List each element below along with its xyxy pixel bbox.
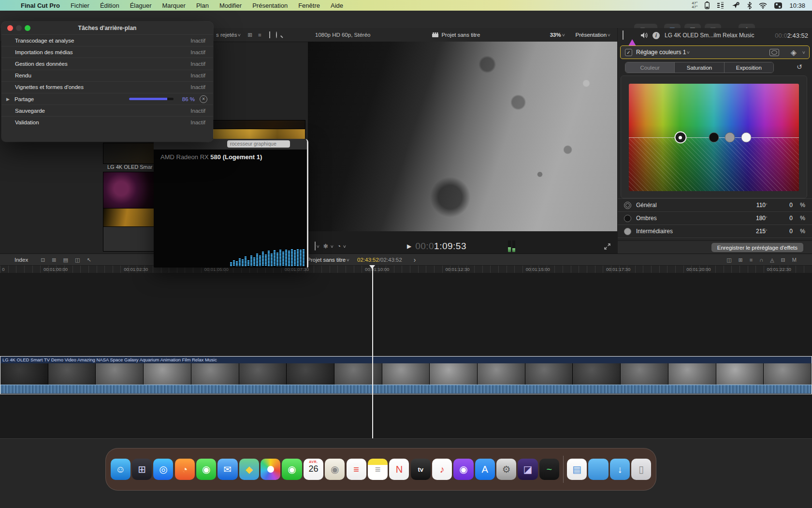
dock-photos-icon[interactable] [261,459,280,480]
audio-solo-icon[interactable]: M [792,257,797,263]
dock-podcasts-icon[interactable]: ◉ [453,459,473,480]
background-tasks-titlebar[interactable]: Tâches d'arrière-plan [1,22,213,34]
apple-menu-icon[interactable] [5,0,15,11]
menu-item-e-dition[interactable]: Édition [95,0,125,11]
append-edit-icon[interactable]: ≡ [750,257,753,263]
menu-item-fichier[interactable]: Fichier [65,0,95,11]
viewer-project[interactable]: Projet sans titre [432,32,480,38]
dock-launchpad-icon[interactable]: ⊞ [132,459,152,480]
grid-view-icon[interactable]: ⊞ [247,31,252,38]
dock-notes-icon[interactable]: ≡ [368,459,388,480]
slider-degrees-value[interactable]: 110 [740,202,766,209]
video-inspector-icon[interactable] [623,31,624,40]
list-view-icon[interactable]: ≡ [258,32,261,38]
effects-tool-icon[interactable]: ✻ [323,243,328,250]
puck-master[interactable] [674,132,686,144]
dock-trash-icon[interactable]: ▯ [631,459,651,480]
audio-inspector-icon[interactable] [641,32,648,38]
color-board[interactable] [629,84,799,191]
play-button[interactable]: ▶ [407,243,411,250]
retime-tool-icon[interactable]: ◔ [337,243,341,250]
dock-documents-icon[interactable]: ▤ [567,459,587,480]
connect-edit-icon[interactable]: ◫ [726,257,731,263]
search-icon[interactable] [276,32,277,38]
dock-firefox-icon[interactable]: ◔ [175,459,195,480]
clip-appearance-2-icon[interactable]: ⊞ [52,257,56,263]
transform-tool-icon[interactable] [315,242,316,251]
minimize-icon[interactable] [16,25,22,31]
battery-icon[interactable] [705,1,710,9]
tab-exposition[interactable]: Exposition [725,62,773,73]
browser-thumbnail[interactable] [103,226,155,252]
dock-reminders-icon[interactable]: ≡ [347,459,366,480]
filmstrip-icon[interactable] [269,32,270,38]
menu-item-pre-sentation[interactable]: Présentation [247,0,293,11]
effect-row-color-adjustment[interactable]: ✓ Réglage couleurs 1 ∨ ◈ ∨ [620,45,810,59]
slider-percent-value[interactable]: 0 [773,202,793,209]
reset-icon[interactable]: ↺ [797,63,802,71]
tab-saturation[interactable]: Saturation [675,62,724,73]
dock-activity-icon[interactable]: ~ [539,459,559,480]
insert-edit-icon[interactable]: ⊞ [739,257,743,263]
menu-item-e-laguer[interactable]: Élaguer [125,0,157,11]
dock-finalcutpro-icon[interactable]: ◪ [518,459,537,480]
expand-viewer-icon[interactable] [604,243,610,250]
browser-thumbnail[interactable] [103,143,155,164]
menu-item-aide[interactable]: Aide [325,0,348,11]
timeline-project-title[interactable]: Projet sans titre [307,257,346,263]
menu-item-fene-tre[interactable]: Fenêtre [293,0,325,11]
zoom-icon[interactable] [25,25,30,31]
dock-settings-icon[interactable]: ⚙ [496,459,516,480]
timeline-clip[interactable]: LG 4K OLED Smart TV Demo Video Amazing N… [0,356,812,394]
effect-enabled-checkbox[interactable]: ✓ [625,49,632,56]
puck-midtones[interactable] [725,133,735,143]
menu-item-plan[interactable]: Plan [191,0,214,11]
stage-manager-icon[interactable] [717,2,725,9]
browser-thumbnail[interactable] [103,172,155,209]
color-inspector-icon[interactable] [628,31,636,40]
slider-percent-value[interactable]: 0 [773,228,793,235]
dock-music-icon[interactable]: ♪ [432,459,452,480]
overwrite-edit-icon[interactable]: ∩ [759,257,763,263]
dock-maps-icon[interactable]: ◆ [239,459,259,480]
control-center-icon[interactable] [774,2,782,9]
keyframe-diamond-icon[interactable]: ◈ [791,48,797,57]
menu-item-final-cut-pro[interactable]: Final Cut Pro [15,0,65,11]
cancel-task-icon[interactable]: ✕ [200,95,207,103]
dock-contacts-icon[interactable]: ◉ [325,459,345,480]
temperature-widget[interactable]: 47°47° [692,1,697,9]
menu-item-modifier[interactable]: Modifier [214,0,247,11]
viewer-zoom-menu[interactable]: 33% [550,32,561,38]
next-project-arrow[interactable]: › [414,256,416,264]
dock-news-icon[interactable]: N [389,459,409,480]
slider-percent-value[interactable]: 0 [773,215,793,222]
menu-clock[interactable]: 10:38 [789,2,805,9]
dock-mail-icon[interactable]: ✉ [218,459,237,480]
puck-shadows[interactable] [709,133,719,143]
trim-tools-icon[interactable]: ◬ [770,257,774,263]
clip-appearance-3-icon[interactable]: ▤ [63,257,68,263]
save-effects-preset-button[interactable]: Enregistrer le préréglage d'effets [711,243,803,252]
disclosure-triangle-icon[interactable]: ▶ [6,97,10,102]
wifi-icon[interactable] [759,2,767,9]
dock-folder-icon[interactable] [588,459,608,480]
browser-thumbnail[interactable] [103,208,155,227]
skimming-icon[interactable]: ⊟ [781,257,785,263]
dock-facetime-icon[interactable]: ◉ [282,459,302,480]
clip-appearance-4-icon[interactable]: ◫ [75,257,80,263]
mask-icon[interactable] [769,49,779,56]
clip-appearance-1-icon[interactable]: ⊡ [41,257,45,263]
dock-safari-icon[interactable]: ◎ [153,459,173,480]
slider-degrees-value[interactable]: 180 [740,215,766,222]
bluetooth-icon[interactable] [747,2,752,9]
viewer-view-menu[interactable]: Présentation [576,32,607,38]
info-inspector-icon[interactable]: i [652,32,660,39]
dock-calendar-icon[interactable]: AVR.26 [304,459,323,480]
index-button[interactable]: Index [14,257,28,263]
dock-downloads-icon[interactable]: ↓ [610,459,630,480]
clip-filter[interactable]: s rejetés [216,32,237,38]
slider-row-interme-diaires[interactable]: Intermédiaires215°0% [618,224,812,238]
slider-degrees-value[interactable]: 215 [740,228,766,235]
location-off-icon[interactable] [732,2,740,9]
dock-finder-icon[interactable]: ☺ [111,459,130,480]
